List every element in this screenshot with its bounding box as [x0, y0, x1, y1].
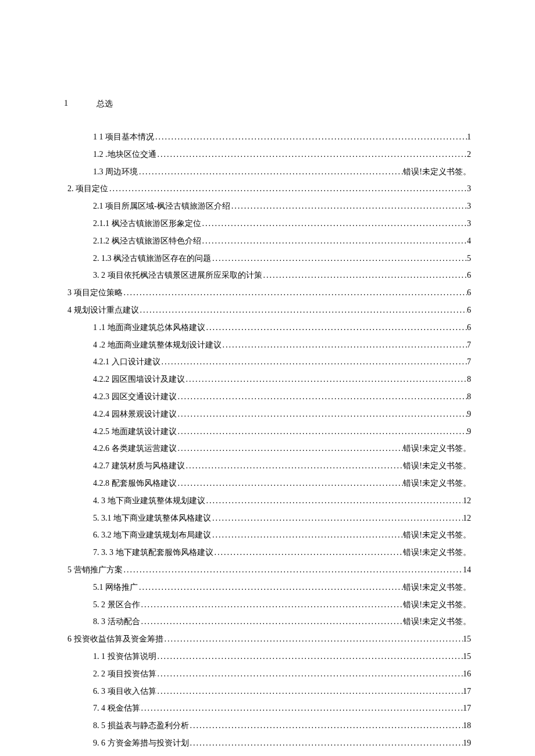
toc-line: 2.1.2 枫泾古镇旅游区特色介绍4 [67, 235, 471, 247]
toc-label: 3 项目定位策略 [67, 287, 123, 299]
toc-label: 2.1.2 枫泾古镇旅游区特色介绍 [93, 235, 201, 247]
toc-page: 错误!未定义书签。 [403, 582, 471, 593]
toc-page: 8 [467, 374, 471, 385]
toc-line: 6. 3 项目收入估算17 [67, 686, 471, 697]
toc-line: 6. 3.2 地下商业建筑规划布局建议错误!未定义书签。 [67, 529, 471, 541]
toc-label: 4.2.8 配套服饰风格建议 [93, 478, 177, 489]
toc-page: 16 [463, 668, 471, 680]
toc-line: 3 项目定位策略6 [67, 287, 471, 299]
toc-label: 1 .1 地面商业建筑总体风格建议 [93, 322, 205, 334]
toc-page: 19 [463, 737, 471, 749]
toc-page: 6 [467, 287, 471, 299]
toc-leader [163, 633, 463, 645]
toc-leader [156, 651, 463, 662]
toc-leader [140, 616, 404, 628]
toc-line: 9. 6 方资金筹措与投资计划19 [67, 737, 471, 749]
toc-page: 错误!未定义书签。 [403, 443, 471, 454]
toc-line: 2.1 项目所属区域-枫泾古镇旅游区介绍3 [67, 200, 471, 212]
toc-heading: 1 总选 [64, 99, 471, 109]
toc-line: 4.2.5 地面建筑设计建议9 [67, 426, 471, 438]
toc-leader [160, 356, 468, 368]
toc-line: 4. 3 地下商业建筑整体规划建议12 [67, 495, 471, 507]
toc-page: 17 [463, 686, 471, 697]
toc-line: 4.2.7 建筑材质与风格建议错误!未定义书签。 [67, 460, 471, 472]
toc-page: 5 [467, 253, 471, 264]
toc-page: 14 [463, 564, 471, 576]
toc-line: 4.2.2 园区围墙设计及建议8 [67, 374, 471, 385]
toc-leader [156, 686, 463, 697]
toc-line: 1 .1 地面商业建筑总体风格建议6 [67, 322, 471, 334]
toc-line: 1. 1 投资估算说明15 [67, 651, 471, 662]
toc-line: 5 营销推广方案14 [67, 564, 471, 576]
toc-label: 4.2.6 各类建筑运营建议 [93, 443, 177, 454]
toc-leader [201, 218, 468, 230]
toc-label: 6. 3 项目收入估算 [93, 686, 156, 697]
toc-label: 4.2.5 地面建筑设计建议 [93, 426, 177, 438]
toc-leader [185, 460, 404, 472]
toc-label: 8. 5 损益表与静态盈利分析 [93, 720, 189, 732]
toc-page: 2 [467, 149, 471, 160]
toc-label: 1.3 周边环境 [93, 166, 138, 178]
toc-leader [211, 253, 467, 264]
toc-label: 3. 2 项目依托枫泾古镇景区进展所应采取的计策 [93, 270, 262, 281]
toc-label: 2. 2 项目投资估算 [93, 668, 156, 680]
toc-page: 9 [467, 426, 471, 438]
toc-page: 4 [467, 235, 471, 247]
toc-label: 9. 6 方资金筹措与投资计划 [93, 737, 189, 749]
toc-line: 4 规划设计重点建议6 [67, 304, 471, 316]
toc-page: 3 [467, 183, 471, 195]
toc-label: 4.2.4 园林景观设计建议 [93, 409, 177, 420]
toc-page: 错误!未定义书签。 [403, 478, 471, 489]
toc-page: 3 [467, 200, 471, 212]
toc-leader [211, 529, 403, 541]
toc-page: 6 [467, 322, 471, 334]
toc-label: 4.2.7 建筑材质与风格建议 [93, 460, 185, 472]
toc-label: 4. 3 地下商业建筑整体规划建议 [93, 495, 205, 507]
toc-page: 错误!未定义书签。 [403, 547, 471, 558]
toc-leader [262, 270, 468, 281]
toc-leader [123, 287, 468, 299]
toc-line: 8. 3 活动配合错误!未定义书签。 [67, 616, 471, 628]
toc-page: 错误!未定义书签。 [403, 529, 471, 541]
toc-page: 15 [463, 651, 471, 662]
toc-label: 1. 1 投资估算说明 [93, 651, 156, 662]
toc-label: 4 规划设计重点建议 [67, 304, 139, 316]
toc-leader [154, 131, 467, 143]
toc-leader [205, 495, 463, 507]
toc-label: 4.2.1 入口设计建议 [93, 356, 160, 368]
toc-label: 1.2 .地块区位交通 [93, 149, 156, 160]
toc-page: 7 [467, 356, 471, 368]
toc-label: 7. 4 税金估算 [93, 703, 140, 714]
toc-page: 12 [463, 513, 471, 524]
toc-label: 7. 3. 3 地下建筑配套服饰风格建议 [93, 547, 213, 558]
toc-page: 18 [463, 720, 471, 732]
toc-leader [156, 149, 468, 160]
toc-label: 8. 3 活动配合 [93, 616, 140, 628]
toc-label: 4.2.3 园区交通设计建议 [93, 391, 177, 403]
toc-label: 2.1 项目所属区域-枫泾古镇旅游区介绍 [93, 200, 230, 212]
toc-page: 错误!未定义书签。 [403, 599, 471, 611]
toc-line: 3. 2 项目依托枫泾古镇景区进展所应采取的计策6 [67, 270, 471, 281]
heading-title: 总选 [97, 99, 113, 109]
toc-line: 5. 3.1 地下商业建筑整体风格建议12 [67, 513, 471, 524]
heading-number: 1 [64, 99, 97, 109]
toc-line: 4.2.1 入口设计建议7 [67, 356, 471, 368]
toc-line: 4.2.4 园林景观设计建议9 [67, 409, 471, 420]
toc-label: 6 投资收益估算及资金筹措 [67, 633, 163, 645]
toc-line: 2. 项目定位3 [67, 183, 471, 195]
toc-leader [138, 582, 403, 593]
toc-line: 1.3 周边环境错误!未定义书签。 [67, 166, 471, 178]
toc-page: 7 [467, 339, 471, 351]
toc-page: 12 [463, 495, 471, 507]
toc-leader [205, 322, 468, 334]
toc-body: 1 1 项目基本情况11.2 .地块区位交通21.3 周边环境错误!未定义书签。… [64, 131, 471, 756]
toc-page: 6 [467, 270, 471, 281]
toc-leader [108, 183, 467, 195]
toc-leader [140, 599, 404, 611]
toc-page: 6 [467, 304, 471, 316]
toc-leader [140, 703, 463, 714]
toc-leader [138, 166, 403, 178]
toc-label: 5 营销推广方案 [67, 564, 123, 576]
toc-leader [211, 513, 463, 524]
toc-label: 6. 3.2 地下商业建筑规划布局建议 [93, 529, 211, 541]
